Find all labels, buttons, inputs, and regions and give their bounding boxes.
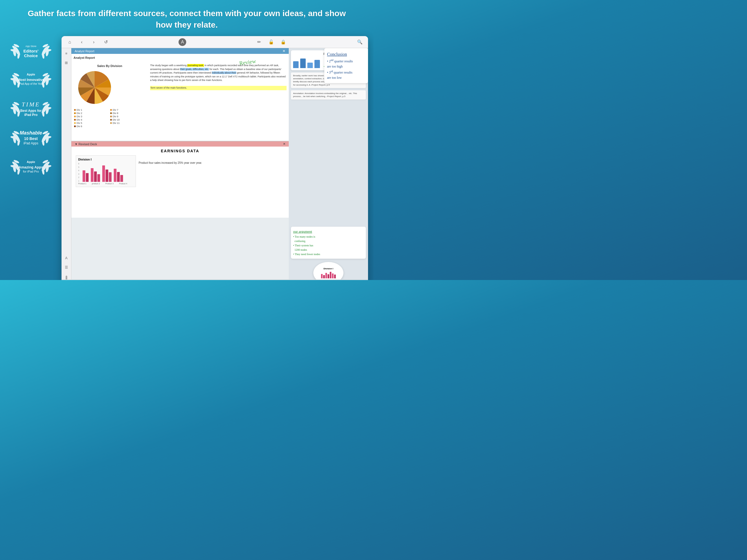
analyst-panel-close[interactable]: ✕ [282, 49, 285, 53]
award-apple-amazing: Apple Amazing Apps for iPad Pro [5, 155, 56, 179]
doc-sidebar: ≡ ⊞ A ☰ [61, 48, 71, 280]
pie-chart [74, 70, 118, 105]
bar-chart: 654321 [78, 163, 133, 182]
award-apple-innovative: Apple Most Innovative iPad App of the Ye… [5, 68, 56, 93]
app-body: ≡ ⊞ A ☰ Analyst Report ✕ Analyst Report [61, 48, 368, 280]
division-text: Product four sales increased by 25% year… [138, 155, 284, 187]
sidebar-icon-2[interactable]: ⊞ [63, 59, 70, 66]
bar-group-3 [102, 166, 111, 182]
page-header: Gather facts from different sources, con… [0, 0, 374, 36]
svg-text:Mashable: Mashable [19, 130, 42, 136]
home-button[interactable]: ⌂ [66, 38, 74, 46]
svg-text:Best Apps for: Best Apps for [20, 109, 42, 113]
forward-button[interactable]: › [90, 38, 98, 46]
division-description: Product four sales increased by 25% year… [138, 161, 202, 164]
division-thumb-bars [321, 271, 336, 278]
svg-text:TIME: TIME [22, 101, 40, 108]
undo-button[interactable]: ↺ [102, 38, 110, 46]
svg-text:Editors': Editors' [23, 49, 38, 53]
next-section-label: Industry Focus Areas [61, 279, 368, 280]
revised-panel-header: ▼ Revised Deck ✕ [71, 142, 289, 147]
analyst-panel-content: Sales By Division [71, 61, 289, 141]
division-chart: Division I 654321 [76, 155, 136, 187]
chart-section: Sales By Division [71, 61, 148, 141]
lock-button[interactable]: 🔒 [279, 38, 287, 46]
analyst-panel-header: Analyst Report ✕ [71, 48, 289, 54]
chart-title: Sales By Division [74, 64, 145, 68]
laurel-icon: App Store Editors' Choice [10, 39, 51, 63]
analyst-doc-title: Analyst Report [71, 54, 289, 61]
revised-panel-title: ▼ Revised Deck [75, 143, 97, 146]
bar-group-2 [91, 168, 100, 182]
award-time-best: TIME Best Apps for iPad Pro [5, 97, 56, 121]
conclusion-card: Conclusion • 2nd quarter resultsare too … [324, 48, 368, 83]
laurel-icon: Mashable 10 Best iPad Apps [10, 126, 51, 150]
svg-text:Amazing Apps: Amazing Apps [19, 165, 43, 169]
app-panel: ⌂ ‹ › ↺ A ✏ 🔓 🔒 🔍 ≡ ⊞ A ☰ [61, 36, 368, 280]
svg-text:Choice: Choice [24, 53, 37, 58]
text-section: The study began with a weeklong journali… [148, 61, 289, 141]
page-title: Gather facts from different sources, con… [22, 8, 352, 31]
conclusion-text: Conclusion • 2nd quarter resultsare too … [327, 51, 365, 80]
earnings-content: EARNINGS DATA Division I 654321 [71, 147, 289, 189]
svg-text:iPad Pro: iPad Pro [24, 113, 37, 117]
laurel-icon: Apple Most Innovative iPad App of the Ye… [10, 68, 51, 93]
award-mashable: Mashable 10 Best iPad Apps [5, 126, 56, 150]
award-editors-choice: App Store Editors' Choice [5, 39, 56, 63]
text-card-2-content: Annotation: Annotation involves embeddin… [293, 92, 357, 98]
awards-panel: App Store Editors' Choice [5, 36, 56, 280]
argument-card: our argument • Too many nodes is confusi… [291, 227, 366, 259]
bar-group-4 [114, 169, 123, 182]
division-chart-title: Division I [78, 158, 133, 161]
font-button[interactable]: A [179, 38, 186, 46]
svg-text:iPad App of the Year: iPad App of the Year [18, 82, 43, 85]
pen-button[interactable]: ✏ [255, 38, 263, 46]
division-thumb-title: Division I [324, 268, 333, 270]
sidebar-icon-4[interactable]: ☰ [63, 264, 70, 270]
search-button[interactable]: 🔍 [356, 38, 364, 46]
text-card-2: Annotation: Annotation involves embeddin… [291, 90, 366, 100]
revised-panel-close[interactable]: ✕ [283, 142, 285, 146]
svg-text:for iPad Pro: for iPad Pro [23, 170, 38, 173]
x-axis-labels: Product 1product 2Product 3Product 4 [78, 183, 133, 184]
analyst-panel-title: Analyst Report [75, 50, 94, 53]
sidebar-icon-1[interactable]: ≡ [63, 50, 70, 56]
argument-text: our argument • Too many nodes is confusi… [293, 229, 364, 256]
back-button[interactable]: ‹ [78, 38, 85, 46]
chart-legend: Div 1 Div 2 Div 3 Div 4 Div 5 Div 6 Div … [74, 108, 145, 128]
analyst-report-panel: Analyst Report ✕ Analyst Report Sales By… [71, 48, 289, 141]
earnings-body: Division I 654321 [76, 155, 284, 187]
svg-text:Apple: Apple [27, 73, 35, 76]
laurel-icon: TIME Best Apps for iPad Pro [10, 97, 51, 121]
laurel-icon: Apple Amazing Apps for iPad Pro [10, 155, 51, 179]
sidebar-icon-3[interactable]: A [63, 255, 70, 261]
earnings-title: EARNINGS DATA [76, 149, 284, 153]
bar-group-1 [83, 170, 88, 182]
division-thumbnail: Division I [313, 262, 343, 280]
svg-text:Apple: Apple [27, 160, 35, 163]
svg-text:10 Best: 10 Best [24, 136, 38, 141]
svg-text:Most Innovative: Most Innovative [17, 78, 44, 82]
app-toolbar: ⌂ ‹ › ↺ A ✏ 🔓 🔒 🔍 [61, 36, 368, 48]
svg-text:App Store: App Store [25, 45, 36, 48]
doc-area: Analyst Report ✕ Analyst Report Sales By… [71, 48, 289, 280]
lock-open-button[interactable]: 🔓 [267, 38, 275, 46]
svg-text:iPad Apps: iPad Apps [23, 142, 38, 145]
revised-deck-panel: ▼ Revised Deck ✕ EARNINGS DATA Division … [71, 141, 289, 218]
main-content: App Store Editors' Choice [0, 36, 374, 280]
annotations-panel: Results ✓ Broadly, earlier work has show… [289, 48, 368, 280]
